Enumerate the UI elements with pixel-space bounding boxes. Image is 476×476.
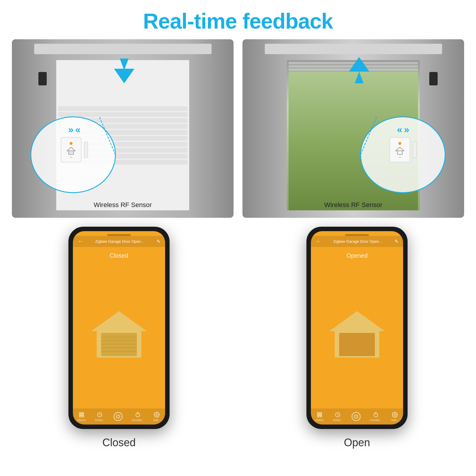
back-arrow-closed: ← bbox=[78, 238, 83, 245]
schedule-icon-closed bbox=[96, 411, 103, 418]
edit-icon-closed: ✎ bbox=[156, 239, 160, 244]
nav-settings-label-open: Setti... bbox=[391, 419, 399, 422]
svg-rect-13 bbox=[397, 151, 402, 154]
phone-nav-closed: History Sched... bbox=[73, 408, 165, 425]
page-title: Real-time feedback bbox=[143, 9, 333, 33]
garage-closed-panel: » « Wireless RF Sensor bbox=[12, 39, 234, 218]
svg-rect-36 bbox=[317, 416, 322, 417]
nav-schedule-label-closed: Sched... bbox=[95, 419, 105, 422]
nav-settings-label-closed: Setti... bbox=[153, 419, 161, 422]
keypad-open bbox=[429, 72, 438, 85]
phone-open-label: Open bbox=[344, 436, 370, 449]
history-icon-closed bbox=[78, 411, 85, 418]
edit-icon-open: ✎ bbox=[394, 239, 398, 244]
nav-history-open[interactable]: History bbox=[315, 411, 324, 422]
garage-house-svg-closed bbox=[88, 309, 150, 359]
nav-settings-closed[interactable]: Setti... bbox=[153, 411, 161, 422]
countdown-icon-closed bbox=[134, 411, 141, 418]
door-slat-open bbox=[289, 62, 418, 64]
keypad-closed bbox=[38, 72, 47, 85]
door-slat-open bbox=[289, 65, 418, 68]
sensor-bubble-open: « » bbox=[358, 105, 448, 182]
chevrons-right-closed: « bbox=[75, 125, 81, 134]
nav-settings-open[interactable]: Setti... bbox=[391, 411, 399, 422]
phone-closed-wrapper: ← Zigbee Garage Door Open... ✎ Closed bbox=[12, 227, 226, 449]
sensor-side-piece-open bbox=[413, 142, 417, 158]
svg-marker-4 bbox=[67, 147, 75, 151]
nav-countdown-closed[interactable]: Countdo... bbox=[131, 411, 144, 422]
nav-history-label-open: History bbox=[315, 419, 324, 422]
nav-history-label-closed: History bbox=[77, 419, 86, 422]
nav-schedule-label-open: Sched... bbox=[333, 419, 343, 422]
phone-closed[interactable]: ← Zigbee Garage Door Open... ✎ Closed bbox=[68, 227, 170, 429]
svg-rect-33 bbox=[339, 333, 375, 356]
nav-power-open[interactable] bbox=[352, 412, 361, 421]
settings-icon-open bbox=[392, 411, 398, 418]
sensor-bubble-closed: » « bbox=[30, 105, 119, 182]
chevrons-right-open: » bbox=[404, 125, 409, 134]
garage-icon-open bbox=[395, 147, 405, 155]
svg-marker-31 bbox=[330, 311, 384, 331]
svg-rect-23 bbox=[79, 414, 84, 415]
wireless-label-closed: Wireless RF Sensor bbox=[94, 201, 152, 209]
phone-closed-label: Closed bbox=[102, 436, 136, 449]
svg-rect-5 bbox=[69, 151, 73, 154]
nav-history-closed[interactable]: History bbox=[77, 411, 86, 422]
sensor-side-piece-closed bbox=[84, 142, 88, 158]
sensor-led-closed bbox=[70, 142, 73, 145]
svg-rect-35 bbox=[317, 414, 322, 415]
nav-countdown-label-closed: Countdo... bbox=[131, 419, 144, 422]
phone-header-open: ← Zigbee Garage Door Open... ✎ bbox=[311, 236, 403, 247]
back-arrow-open: ← bbox=[316, 238, 321, 245]
nav-schedule-closed[interactable]: Sched... bbox=[95, 411, 105, 422]
svg-marker-14 bbox=[92, 311, 146, 331]
settings-icon-closed bbox=[154, 411, 160, 418]
garage-open-panel: « » Wireless RF Sensor bbox=[242, 39, 464, 218]
phone-screen-open: ← Zigbee Garage Door Open... ✎ Opened bbox=[311, 231, 403, 425]
svg-point-30 bbox=[156, 414, 158, 416]
garage-house-svg-open bbox=[326, 309, 388, 359]
svg-rect-22 bbox=[79, 413, 84, 414]
phone-nav-open: History Sched... bbox=[311, 408, 403, 425]
sensor-button-open bbox=[399, 157, 401, 158]
svg-rect-24 bbox=[79, 416, 84, 417]
ceiling-bar-open bbox=[265, 44, 442, 54]
chevrons-left-closed: » bbox=[68, 125, 73, 134]
wireless-label-open: Wireless RF Sensor bbox=[324, 201, 383, 209]
phone-header-closed: ← Zigbee Garage Door Open... ✎ bbox=[73, 236, 165, 247]
ceiling-bar-closed bbox=[34, 44, 212, 54]
nav-schedule-open[interactable]: Sched... bbox=[333, 411, 343, 422]
sensor-led-open bbox=[398, 142, 401, 145]
door-slat-open bbox=[289, 68, 418, 71]
power-icon-open[interactable] bbox=[352, 412, 361, 421]
phone-panels: ← Zigbee Garage Door Open... ✎ Closed bbox=[12, 227, 464, 449]
nav-countdown-label-open: Countdo... bbox=[369, 419, 382, 422]
history-icon-open bbox=[316, 411, 323, 418]
svg-rect-34 bbox=[317, 413, 322, 414]
power-icon-closed[interactable] bbox=[114, 412, 123, 421]
phone-status-closed: Closed bbox=[73, 252, 165, 259]
phone-garage-house-closed bbox=[73, 259, 165, 408]
schedule-icon-open bbox=[334, 411, 341, 418]
sensor-button-closed bbox=[70, 157, 72, 158]
garage-panels: » « Wireless RF Sensor bbox=[12, 39, 464, 218]
sensor-box-closed bbox=[61, 137, 82, 162]
nav-power-closed[interactable] bbox=[114, 412, 123, 421]
chevrons-left-open: « bbox=[397, 125, 402, 134]
phone-open-wrapper: ← Zigbee Garage Door Open... ✎ Opened bbox=[250, 227, 464, 449]
phone-garage-house-open bbox=[311, 259, 403, 408]
garage-icon-closed bbox=[66, 147, 76, 155]
svg-point-42 bbox=[394, 414, 396, 416]
nav-countdown-open[interactable]: Countdo... bbox=[369, 411, 382, 422]
phone-open[interactable]: ← Zigbee Garage Door Open... ✎ Opened bbox=[306, 227, 408, 429]
phone-title-closed: Zigbee Garage Door Open... bbox=[95, 239, 144, 244]
phone-status-open: Opened bbox=[311, 252, 403, 259]
phone-title-open: Zigbee Garage Door Open... bbox=[333, 239, 382, 244]
phone-screen-closed: ← Zigbee Garage Door Open... ✎ Closed bbox=[73, 231, 165, 425]
svg-marker-12 bbox=[396, 147, 404, 151]
sensor-box-open bbox=[389, 137, 410, 162]
countdown-icon-open bbox=[372, 411, 379, 418]
